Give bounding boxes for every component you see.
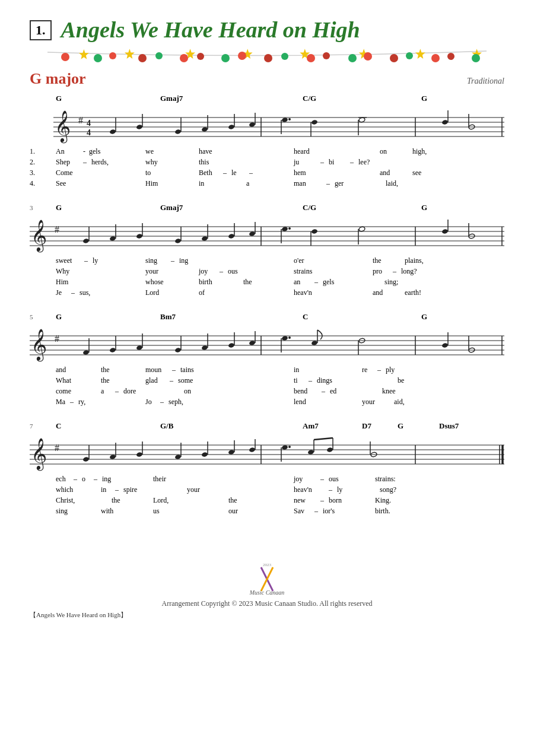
chord-G5: G xyxy=(56,312,62,322)
staff-section-3: 5 G Bm7 C G 𝄞 # xyxy=(30,312,504,411)
lyric-2-7: – xyxy=(320,158,324,167)
svg-point-50 xyxy=(228,124,234,129)
svg-point-125 xyxy=(281,335,288,341)
chord-C2: C xyxy=(56,421,61,431)
lyric-3-6: – xyxy=(249,169,253,177)
lyric-s2-3-4: the xyxy=(243,278,252,287)
svg-text:𝄞: 𝄞 xyxy=(31,438,47,471)
chord-G1: G xyxy=(56,94,62,103)
svg-point-44 xyxy=(136,124,142,129)
svg-point-20 xyxy=(348,54,357,62)
lyric-1-4: we xyxy=(145,147,154,156)
svg-point-155 xyxy=(201,452,208,457)
footer: Music Canaan 2023 Arrangement Copyright … xyxy=(30,555,504,620)
svg-text:#: # xyxy=(78,115,83,125)
lyric-3-1: Come xyxy=(56,169,73,177)
chord-Dsus7: Dsus7 xyxy=(439,421,459,431)
lyric-s4-2-7: – xyxy=(329,485,332,494)
lyric-2-8: bi xyxy=(329,158,334,167)
lyric-2-9: – xyxy=(350,158,354,167)
lyric-s4-2-2: in xyxy=(101,485,106,494)
lyric-s2-2-8: – xyxy=(393,267,396,276)
lyric-s3-1-8: – xyxy=(377,366,381,374)
lyric-s3-2-3: glad xyxy=(145,376,158,385)
svg-point-62 xyxy=(441,119,448,125)
lyric-s2-1-1: sweet xyxy=(56,256,72,265)
svg-line-168 xyxy=(314,438,333,440)
lyric-row-2-num: 2. xyxy=(30,158,35,167)
lyric-s4-3-4: the xyxy=(228,496,237,505)
lyric-s4-1-1: ech xyxy=(56,475,66,484)
svg-marker-4 xyxy=(125,49,135,59)
svg-point-80 xyxy=(136,233,142,239)
lyric-3-7: hem xyxy=(294,169,306,177)
lyric-s4-3-8: King. xyxy=(375,496,391,505)
lyric-s2-1-4: sing xyxy=(145,256,157,265)
lyric-s3-4-2: – xyxy=(70,398,74,406)
svg-marker-19 xyxy=(415,49,425,59)
svg-point-6 xyxy=(155,52,163,59)
svg-point-57 xyxy=(311,119,317,125)
svg-point-12 xyxy=(238,52,246,60)
chord-D7: D7 xyxy=(362,421,371,431)
lyric-2-6: ju xyxy=(294,158,299,167)
svg-point-29 xyxy=(472,54,480,62)
lyric-2-5: this xyxy=(199,158,209,167)
chord-Am7: Am7 xyxy=(303,421,319,431)
staff-section-2: 3 G Gmaj7 C/G G 𝄞 # xyxy=(30,203,504,301)
lyric-1-3: gels xyxy=(89,147,100,156)
lyric-s2-4-1: Je xyxy=(56,288,62,297)
svg-point-147 xyxy=(82,456,89,462)
lyric-4-8: laid, xyxy=(386,179,398,188)
lyric-3-8: and xyxy=(380,169,390,177)
attribution: Traditional xyxy=(467,77,504,86)
svg-point-132 xyxy=(441,342,448,348)
lyric-1-8: high, xyxy=(412,147,427,156)
page: 1. Angels We Have Heard on High xyxy=(0,0,534,756)
svg-text:4: 4 xyxy=(87,119,91,128)
logo-svg: Music Canaan 2023 xyxy=(231,561,303,597)
svg-point-159 xyxy=(249,447,255,452)
svg-point-128 xyxy=(311,340,317,345)
lyric-3-9: see xyxy=(412,169,421,177)
chord-row-1: G Gmaj7 C/G G xyxy=(30,94,504,104)
svg-point-46 xyxy=(174,129,181,134)
svg-point-17 xyxy=(307,54,315,62)
svg-point-2 xyxy=(94,54,102,62)
svg-point-27 xyxy=(447,53,454,60)
svg-text:#: # xyxy=(55,333,59,344)
lyric-s3-1-1: and xyxy=(56,366,66,374)
lyric-s2-4-7: and xyxy=(373,288,383,297)
svg-point-95 xyxy=(358,226,365,231)
lyric-4-2: Him xyxy=(145,179,158,188)
lyric-s4-2-8: ly xyxy=(337,485,342,494)
svg-point-18 xyxy=(323,52,330,59)
staff-svg-4: 𝄞 # xyxy=(30,433,504,475)
svg-point-91 xyxy=(288,227,291,230)
svg-text:#: # xyxy=(55,443,59,453)
lyric-s3-4-4: Jo xyxy=(145,398,152,406)
svg-point-93 xyxy=(311,228,317,234)
svg-text:4: 4 xyxy=(87,128,91,137)
svg-point-9 xyxy=(197,53,204,60)
ornament-row xyxy=(30,45,504,66)
lyric-s2-4-2: – xyxy=(71,288,75,297)
svg-text:𝄞: 𝄞 xyxy=(55,110,71,144)
lyric-s3-4-6: seph, xyxy=(169,398,183,406)
lyric-s3-4-5: – xyxy=(160,398,164,406)
lyric-s2-3-1: Him xyxy=(56,278,68,287)
lyric-s2-4-5: of xyxy=(199,288,205,297)
lyric-s4-1-10: strains: xyxy=(375,475,396,484)
lyric-1-2: - xyxy=(83,147,85,156)
lyric-s3-3-4: dore xyxy=(123,387,136,396)
lyric-s4-2-1: which xyxy=(56,485,73,494)
svg-point-3 xyxy=(109,52,116,59)
lyric-s4-2-4: spire xyxy=(123,485,137,494)
chord-GB: G/B xyxy=(160,421,173,431)
lyric-s2-2-1: Why xyxy=(56,267,69,276)
header-row: 1. Angels We Have Heard on High xyxy=(30,18,504,43)
lyric-s2-1-8: the xyxy=(373,256,382,265)
chord-Bm7: Bm7 xyxy=(160,312,176,322)
lyric-s4-1-8: – xyxy=(320,475,324,484)
lyric-s4-4-4: our xyxy=(228,507,238,516)
